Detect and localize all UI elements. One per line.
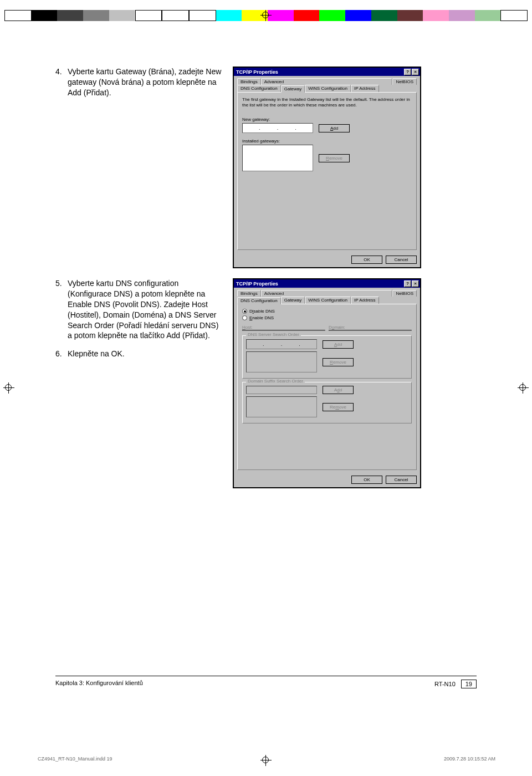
tab-wins-config[interactable]: WINS Configuration [305,297,351,304]
dialog-title: TCP/IP Properties [236,69,403,75]
step-4: 4. Vyberte kartu Gateway (Brána), zadejt… [55,67,223,98]
dns-server-list[interactable] [246,351,317,372]
host-label: Host: [242,325,325,330]
cancel-button[interactable]: Cancel [386,476,417,484]
tab-bindings[interactable]: Bindings [237,290,261,297]
disable-dns-radio[interactable]: Disable DNS [242,309,412,314]
ok-button[interactable]: OK [351,256,382,264]
registration-mark-icon [260,10,272,21]
suffix-list[interactable] [246,396,317,417]
tab-netbios[interactable]: NetBIOS [392,290,417,297]
host-input[interactable] [242,330,325,331]
dialog-info-text: The first gateway in the Installed Gatew… [242,97,412,108]
registration-mark-icon [3,382,14,394]
tcpip-dns-dialog: TCP/IP Properties ? × Bindings Advanced … [233,278,421,488]
domain-input[interactable] [329,330,412,331]
step-5: 5. Vyberte kartu DNS configuration (Konf… [55,278,223,341]
tab-gateway[interactable]: Gateway [281,297,305,304]
tab-bindings[interactable]: Bindings [237,78,261,85]
new-gateway-input[interactable]: . . . [242,123,313,133]
new-gateway-label: New gateway: [242,117,412,122]
dialog-title: TCP/IP Properties [236,281,403,287]
indd-slug: CZ4941_RT-N10_Manual.indd 19 2009.7.28 1… [38,756,495,762]
dns-search-order-label: DNS Server Search Order [246,332,301,337]
model-label: RT-N10 [434,681,456,687]
tab-gateway[interactable]: Gateway [281,85,305,93]
suffix-add-button[interactable]: Add [323,386,354,394]
tab-dns-config[interactable]: DNS Configuration [237,85,281,92]
dns-add-button[interactable]: Add [323,340,354,349]
enable-dns-radio[interactable]: Enable DNS [242,315,412,320]
suffix-remove-button[interactable]: Remove [323,403,354,411]
chapter-label: Kapitola 3: Konfigurování klientů [55,680,143,688]
step-number: 6. [55,349,68,359]
step-text: Vyberte kartu DNS configuration (Konfigu… [68,278,223,341]
close-button[interactable]: × [412,280,419,287]
help-button[interactable]: ? [404,280,411,287]
help-button[interactable]: ? [404,69,411,75]
tab-wins-config[interactable]: WINS Configuration [305,85,351,92]
tcpip-gateway-dialog: TCP/IP Properties ? × Bindings Advanced … [233,67,421,268]
tab-advanced[interactable]: Advanced [261,290,393,297]
tab-netbios[interactable]: NetBIOS [392,78,417,85]
domain-label: Domain: [329,325,412,330]
step-number: 5. [55,278,68,341]
tab-advanced[interactable]: Advanced [261,78,393,85]
indd-file: CZ4941_RT-N10_Manual.indd 19 [38,756,112,762]
step-6: 6. Klepněte na OK. [55,349,223,359]
domain-suffix-order-label: Domain Suffix Search Order [246,379,305,384]
cancel-button[interactable]: Cancel [386,256,417,264]
remove-button[interactable]: Remove [319,154,350,162]
suffix-input[interactable] [246,386,317,394]
step-number: 4. [55,67,68,98]
registration-mark-icon [518,382,529,394]
dns-remove-button[interactable]: Remove [323,358,354,366]
dns-server-input[interactable]: . . . [246,339,317,349]
installed-gateways-list[interactable] [242,145,313,171]
step-text: Klepněte na OK. [68,349,125,359]
page-number: 19 [461,680,477,688]
step-text: Vyberte kartu Gateway (Brána), zadejte N… [68,67,223,98]
tab-dns-config[interactable]: DNS Configuration [237,297,281,304]
close-button[interactable]: × [412,69,419,75]
add-button[interactable]: Add [319,124,350,132]
page-footer: Kapitola 3: Konfigurování klientů RT-N10… [55,676,477,688]
tab-ip-address[interactable]: IP Address [351,85,379,92]
ok-button[interactable]: OK [351,476,382,484]
indd-timestamp: 2009.7.28 10:15:52 AM [444,756,495,762]
installed-gateways-label: Installed gateways: [242,139,412,144]
tab-ip-address[interactable]: IP Address [351,297,379,304]
